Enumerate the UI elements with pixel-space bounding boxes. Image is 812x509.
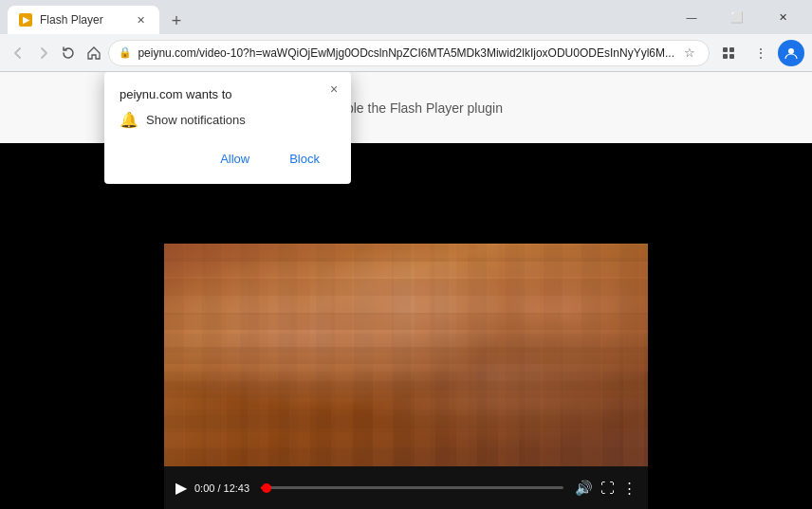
more-options-icon[interactable]: ⋮ bbox=[622, 480, 637, 497]
home-button[interactable] bbox=[83, 38, 105, 68]
video-thumbnail bbox=[164, 244, 648, 466]
fullscreen-icon[interactable]: ⛶ bbox=[600, 480, 615, 496]
svg-rect-2 bbox=[723, 54, 728, 59]
chrome-menu-icon[interactable]: ⋮ bbox=[746, 38, 776, 68]
tab-strip: ▶ Flash Player ✕ + bbox=[8, 0, 666, 34]
popup-action-buttons: Allow Block bbox=[120, 144, 336, 173]
address-actions: ☆ bbox=[680, 44, 699, 63]
popup-notification-row: 🔔 Show notifications bbox=[120, 111, 336, 129]
svg-rect-0 bbox=[723, 47, 728, 52]
browser-toolbar: 🔒 peiynu.com/video-10?h=waWQiOjEwMjg0ODc… bbox=[0, 34, 812, 72]
pixel-grid bbox=[164, 244, 648, 466]
forward-button[interactable] bbox=[33, 38, 55, 68]
bookmark-star-icon[interactable]: ☆ bbox=[680, 44, 699, 63]
video-progress-bar[interactable] bbox=[261, 486, 563, 489]
page-content: to enable the Flash Player plugin ▶ 0:00… bbox=[0, 72, 812, 509]
active-tab[interactable]: ▶ Flash Player ✕ bbox=[8, 6, 159, 34]
profile-avatar[interactable] bbox=[778, 40, 804, 66]
toolbar-right: ⋮ bbox=[713, 38, 804, 68]
block-button[interactable]: Block bbox=[273, 144, 336, 173]
lock-icon: 🔒 bbox=[119, 46, 132, 59]
reload-button[interactable] bbox=[58, 38, 80, 68]
tab-favicon: ▶ bbox=[19, 13, 32, 27]
video-progress-dot bbox=[262, 483, 271, 493]
svg-rect-3 bbox=[729, 54, 734, 59]
new-tab-button[interactable]: + bbox=[163, 8, 190, 34]
title-bar: ▶ Flash Player ✕ + — ⬜ ✕ bbox=[0, 0, 812, 34]
maximize-button[interactable]: ⬜ bbox=[715, 2, 759, 32]
video-time: 0:00 / 12:43 bbox=[194, 482, 249, 494]
popup-title: peiynu.com wants to bbox=[120, 87, 336, 101]
video-player: ▶ 0:00 / 12:43 🔊 ⛶ ⋮ bbox=[164, 244, 648, 509]
extensions-icon[interactable] bbox=[713, 38, 744, 68]
svg-point-4 bbox=[788, 48, 794, 54]
notification-popup: × peiynu.com wants to 🔔 Show notificatio… bbox=[104, 72, 351, 184]
window-controls: — ⬜ ✕ bbox=[670, 2, 804, 32]
video-controls-bar: ▶ 0:00 / 12:43 🔊 ⛶ ⋮ bbox=[164, 466, 648, 509]
volume-icon[interactable]: 🔊 bbox=[575, 480, 593, 497]
allow-button[interactable]: Allow bbox=[204, 144, 266, 173]
video-controls-right: 🔊 ⛶ ⋮ bbox=[575, 480, 637, 497]
popup-close-button[interactable]: × bbox=[324, 80, 343, 99]
popup-notification-label: Show notifications bbox=[146, 113, 246, 127]
close-button[interactable]: ✕ bbox=[761, 2, 804, 32]
chrome-window: ▶ Flash Player ✕ + — ⬜ ✕ bbox=[0, 0, 812, 509]
bell-icon: 🔔 bbox=[120, 111, 138, 129]
address-bar[interactable]: 🔒 peiynu.com/video-10?h=waWQiOjEwMjg0ODc… bbox=[108, 40, 710, 66]
tab-title: Flash Player bbox=[40, 13, 125, 27]
tab-close-button[interactable]: ✕ bbox=[133, 12, 148, 27]
play-button[interactable]: ▶ bbox=[175, 479, 187, 497]
back-button[interactable] bbox=[8, 38, 29, 68]
minimize-button[interactable]: — bbox=[670, 2, 713, 32]
url-text: peiynu.com/video-10?h=waWQiOjEwMjg0ODcsl… bbox=[138, 46, 674, 60]
svg-rect-1 bbox=[729, 47, 734, 52]
